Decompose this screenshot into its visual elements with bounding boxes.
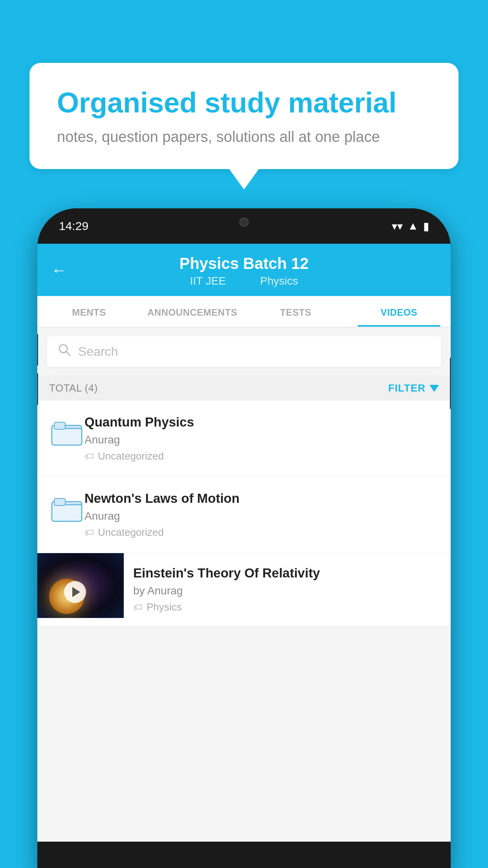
tag-label: Uncategorized bbox=[98, 526, 164, 539]
filter-icon bbox=[429, 385, 439, 392]
video-info: Quantum Physics Anurag 🏷 Uncategorized bbox=[84, 415, 439, 462]
play-icon bbox=[72, 587, 80, 597]
vol-down-button bbox=[37, 373, 38, 405]
tag-icon: 🏷 bbox=[84, 451, 94, 462]
filter-bar: TOTAL (4) FILTER bbox=[37, 376, 451, 401]
folder-icon bbox=[49, 415, 84, 450]
svg-line-1 bbox=[66, 351, 70, 355]
tab-ments[interactable]: MENTS bbox=[37, 296, 141, 327]
video-tag: 🏷 Physics bbox=[133, 601, 441, 613]
screen-body: Search TOTAL (4) FILTER bbox=[37, 327, 451, 842]
camera-dot bbox=[239, 217, 249, 227]
list-item[interactable]: Einstein's Theory Of Relativity by Anura… bbox=[37, 553, 451, 626]
tag-label: Physics bbox=[147, 601, 182, 613]
tag-icon: 🏷 bbox=[84, 527, 94, 538]
subtitle-physics: Physics bbox=[260, 275, 298, 287]
filter-label: FILTER bbox=[388, 382, 426, 394]
video-title: Quantum Physics bbox=[84, 415, 439, 430]
search-input[interactable]: Search bbox=[78, 344, 118, 359]
folder-icon bbox=[49, 491, 84, 526]
video-author: Anurag bbox=[84, 510, 439, 522]
back-button[interactable]: ← bbox=[51, 261, 67, 279]
video-author: by Anurag bbox=[133, 585, 441, 597]
video-tag: 🏷 Uncategorized bbox=[84, 526, 439, 539]
status-bar: 14:29 ▾▾ ▲ ▮ bbox=[37, 208, 451, 244]
tab-tests[interactable]: TESTS bbox=[244, 296, 347, 327]
search-icon bbox=[58, 343, 71, 360]
bubble-title: Organised study material bbox=[57, 86, 431, 119]
search-bar[interactable]: Search bbox=[47, 336, 441, 367]
video-info: Newton's Laws of Motion Anurag 🏷 Uncateg… bbox=[84, 491, 439, 539]
app-header: ← Physics Batch 12 IIT JEE Physics bbox=[37, 244, 451, 296]
list-item[interactable]: Quantum Physics Anurag 🏷 Uncategorized bbox=[37, 401, 451, 477]
tab-announcements[interactable]: ANNOUNCEMENTS bbox=[141, 296, 244, 327]
svg-rect-5 bbox=[54, 498, 65, 506]
video-list: Quantum Physics Anurag 🏷 Uncategorized bbox=[37, 401, 451, 626]
total-count: TOTAL (4) bbox=[49, 382, 98, 394]
video-title: Newton's Laws of Motion bbox=[84, 491, 439, 506]
speech-bubble: Organised study material notes, question… bbox=[29, 63, 459, 169]
tab-videos[interactable]: VIDEOS bbox=[347, 296, 451, 327]
video-thumbnail bbox=[37, 553, 124, 618]
svg-rect-3 bbox=[54, 422, 65, 429]
batch-title: Physics Batch 12 bbox=[53, 255, 435, 272]
play-button[interactable] bbox=[64, 581, 86, 603]
thumb-bg bbox=[37, 553, 124, 618]
batch-subtitle: IIT JEE Physics bbox=[53, 275, 435, 287]
vol-up-button bbox=[37, 334, 38, 366]
video-author: Anurag bbox=[84, 434, 439, 446]
signal-icon: ▲ bbox=[407, 220, 418, 232]
filter-button[interactable]: FILTER bbox=[388, 382, 439, 394]
tabs-bar: MENTS ANNOUNCEMENTS TESTS VIDEOS bbox=[37, 296, 451, 327]
bubble-subtitle: notes, question papers, solutions all at… bbox=[57, 129, 431, 145]
list-item[interactable]: Newton's Laws of Motion Anurag 🏷 Uncateg… bbox=[37, 477, 451, 553]
time-display: 14:29 bbox=[59, 219, 88, 233]
subtitle-iit: IIT JEE bbox=[190, 275, 226, 287]
status-icons: ▾▾ ▲ ▮ bbox=[392, 220, 429, 233]
tag-label: Uncategorized bbox=[98, 450, 164, 462]
subtitle-sep bbox=[240, 275, 246, 287]
video-tag: 🏷 Uncategorized bbox=[84, 450, 439, 462]
wifi-icon: ▾▾ bbox=[392, 220, 403, 233]
video-info: Einstein's Theory Of Relativity by Anura… bbox=[124, 553, 451, 626]
video-title: Einstein's Theory Of Relativity bbox=[133, 566, 441, 581]
tag-icon: 🏷 bbox=[133, 602, 143, 613]
phone-frame: 14:29 ▾▾ ▲ ▮ ← Physics Batch 12 IIT JEE … bbox=[37, 208, 451, 868]
phone-notch bbox=[205, 208, 283, 236]
power-button bbox=[450, 358, 451, 409]
battery-icon: ▮ bbox=[423, 220, 429, 233]
